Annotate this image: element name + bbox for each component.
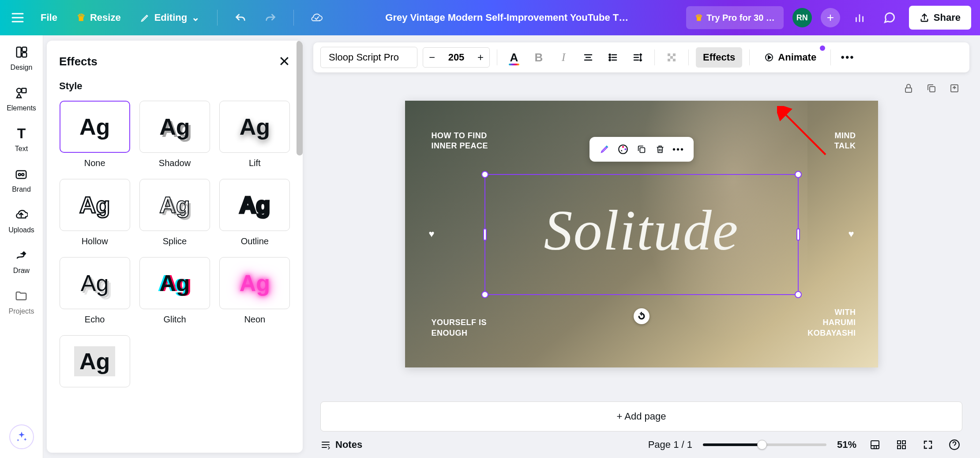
style-splice[interactable]: Ag Splice	[139, 179, 210, 246]
canvas-area: Sloop Script Pro − 205 + A B I	[303, 35, 980, 458]
style-echo[interactable]: Ag Echo	[59, 257, 130, 325]
grid-view-icon[interactable]	[867, 437, 883, 453]
help-icon[interactable]	[946, 437, 962, 453]
thumbnail-view-icon[interactable]	[894, 437, 909, 453]
editing-menu[interactable]: Editing ⌄	[135, 8, 205, 27]
font-size-value[interactable]: 205	[441, 52, 472, 63]
redo-button[interactable]	[260, 7, 281, 28]
close-icon[interactable]: ✕	[278, 53, 290, 70]
notes-icon	[320, 439, 331, 450]
handle-bottom-right[interactable]	[795, 291, 802, 298]
rail-design[interactable]: Design	[11, 44, 33, 72]
zoom-percent[interactable]: 51%	[837, 439, 856, 450]
undo-button[interactable]	[230, 7, 251, 28]
svg-point-12	[19, 174, 21, 176]
heart-right-icon[interactable]: ♥	[848, 228, 854, 240]
share-button[interactable]: Share	[909, 6, 971, 30]
color-palette-icon[interactable]	[615, 141, 631, 157]
style-neon[interactable]: Ag Neon	[219, 257, 290, 325]
increase-size-button[interactable]: +	[472, 48, 489, 67]
add-member-button[interactable]: +	[821, 8, 840, 27]
rail-elements[interactable]: Elements	[7, 85, 36, 112]
notes-button[interactable]: Notes	[320, 439, 362, 450]
zoom-knob[interactable]	[757, 440, 767, 450]
export-page-icon[interactable]	[946, 80, 962, 96]
insights-icon[interactable]	[849, 7, 870, 28]
effects-panel: Effects ✕ Style Ag None Ag Shadow Ag Lif…	[47, 41, 303, 453]
font-color-button[interactable]: A	[504, 48, 524, 67]
pencil-icon	[140, 13, 150, 23]
zoom-slider[interactable]	[703, 443, 826, 446]
style-none[interactable]: Ag None	[59, 101, 130, 168]
resize-button[interactable]: ♛ Resize	[71, 8, 126, 27]
file-menu[interactable]: File	[35, 8, 63, 27]
align-button[interactable]	[578, 48, 598, 67]
decrease-size-button[interactable]: −	[423, 48, 441, 67]
scrollbar[interactable]	[297, 41, 303, 155]
try-pro-button[interactable]: ♛ Try Pro for 30 …	[686, 6, 784, 29]
svg-rect-6	[16, 47, 21, 57]
handle-top-right[interactable]	[795, 171, 802, 178]
sparkle-icon	[15, 431, 28, 443]
magic-button[interactable]	[9, 424, 34, 449]
rail-brand[interactable]: Brand	[12, 166, 31, 193]
lock-icon[interactable]	[901, 80, 916, 96]
style-background[interactable]: Ag	[59, 335, 130, 393]
trash-icon[interactable]	[652, 141, 668, 157]
svg-rect-26	[668, 53, 670, 56]
effects-button[interactable]: Effects	[696, 47, 742, 68]
comment-icon[interactable]	[879, 7, 900, 28]
more-icon[interactable]: •••	[671, 141, 687, 157]
style-lift[interactable]: Ag Lift	[219, 101, 290, 168]
italic-button[interactable]: I	[554, 48, 573, 67]
page-indicator[interactable]: Page 1 / 1	[648, 439, 692, 450]
bold-button[interactable]: B	[529, 48, 548, 67]
handle-mid-left[interactable]	[483, 228, 487, 241]
rail-text[interactable]: T Text	[14, 125, 30, 153]
style-outline[interactable]: Ag Outline	[219, 179, 290, 246]
transparency-button[interactable]	[662, 48, 681, 67]
magic-edit-icon[interactable]	[597, 141, 612, 157]
handle-top-left[interactable]	[481, 171, 488, 178]
avatar[interactable]: RN	[792, 8, 812, 27]
text-bottom-left[interactable]: YOURSELF IS ENOUGH	[432, 318, 487, 338]
font-size-control: − 205 +	[423, 47, 490, 68]
style-shadow[interactable]: Ag Shadow	[139, 101, 210, 168]
handle-bottom-left[interactable]	[481, 291, 488, 298]
text-top-left[interactable]: HOW TO FIND INNER PEACE	[432, 131, 488, 151]
svg-rect-8	[22, 53, 26, 57]
style-glitch[interactable]: Ag Glitch	[139, 257, 210, 325]
style-hollow[interactable]: Ag Hollow	[59, 179, 130, 246]
rail-uploads[interactable]: Uploads	[8, 207, 34, 234]
rotate-handle[interactable]	[634, 308, 650, 324]
fullscreen-icon[interactable]	[920, 437, 936, 453]
svg-rect-10	[22, 88, 26, 93]
svg-rect-30	[673, 59, 676, 61]
svg-rect-46	[897, 441, 901, 444]
spacing-button[interactable]	[628, 48, 647, 67]
handle-mid-right[interactable]	[796, 228, 800, 241]
svg-point-37	[624, 148, 626, 150]
text-bottom-right[interactable]: WITH HARUMI KOBAYASHI	[807, 307, 856, 338]
rail-draw[interactable]: Draw	[13, 247, 30, 275]
list-button[interactable]	[603, 48, 623, 67]
cloud-status-icon[interactable]	[306, 7, 327, 28]
artboard[interactable]: HOW TO FIND INNER PEACE MIND TALK YOURSE…	[405, 101, 878, 367]
svg-rect-29	[668, 59, 670, 61]
selection-box[interactable]	[484, 174, 799, 295]
animate-button[interactable]: Animate	[757, 47, 823, 68]
text-top-right[interactable]: MIND TALK	[834, 131, 856, 151]
design-icon	[14, 44, 30, 60]
add-page-button[interactable]: + Add page	[320, 401, 962, 432]
document-title[interactable]: Grey Vintage Modern Self-Improvement You…	[336, 12, 677, 23]
duplicate-page-icon[interactable]	[924, 80, 939, 96]
rail-projects[interactable]: Projects	[9, 288, 34, 315]
crown-icon: ♛	[77, 12, 86, 23]
more-options-button[interactable]: •••	[838, 48, 857, 67]
animate-icon	[764, 52, 774, 63]
copy-icon[interactable]	[634, 141, 650, 157]
svg-rect-32	[905, 88, 912, 92]
menu-icon[interactable]	[9, 9, 26, 26]
heart-left-icon[interactable]: ♥	[429, 228, 435, 240]
font-selector[interactable]: Sloop Script Pro	[320, 47, 417, 68]
